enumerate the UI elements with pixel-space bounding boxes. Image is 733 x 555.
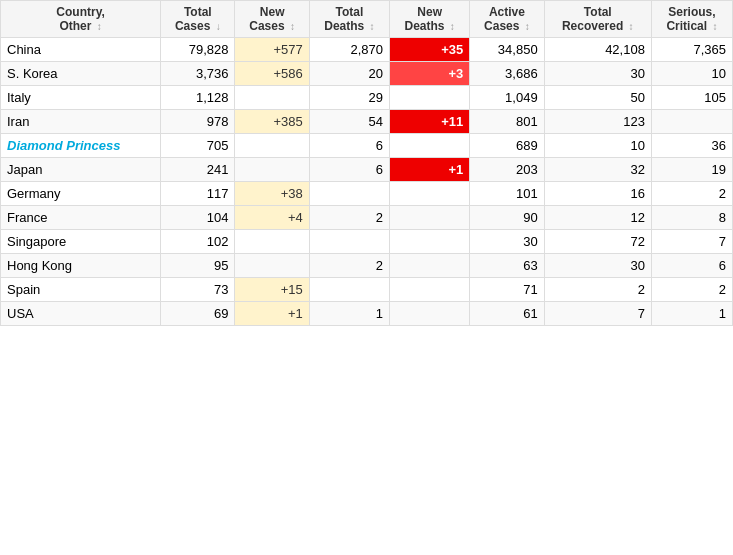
cell-new-cases [235, 86, 309, 110]
cell-total-deaths: 2 [309, 206, 389, 230]
cell-new-deaths [390, 302, 470, 326]
cell-total-recovered: 30 [544, 62, 651, 86]
cell-new-deaths: +11 [390, 110, 470, 134]
cell-total-cases: 241 [161, 158, 235, 182]
cell-active-cases: 90 [470, 206, 544, 230]
table-row: Singapore10230727 [1, 230, 733, 254]
cell-serious-critical: 2 [651, 278, 732, 302]
cell-total-recovered: 30 [544, 254, 651, 278]
cell-new-deaths [390, 182, 470, 206]
cell-serious-critical [651, 110, 732, 134]
cell-total-cases: 978 [161, 110, 235, 134]
table-row: USA69+116171 [1, 302, 733, 326]
table-row: France104+4290128 [1, 206, 733, 230]
covid-data-table: Country,Other ↕ TotalCases ↓ NewCases ↕ … [0, 0, 733, 326]
cell-active-cases: 689 [470, 134, 544, 158]
table-header-row: Country,Other ↕ TotalCases ↓ NewCases ↕ … [1, 1, 733, 38]
cell-serious-critical: 8 [651, 206, 732, 230]
cell-new-cases [235, 254, 309, 278]
cell-country: Spain [1, 278, 161, 302]
cell-new-deaths: +35 [390, 38, 470, 62]
header-country[interactable]: Country,Other ↕ [1, 1, 161, 38]
cell-new-cases: +38 [235, 182, 309, 206]
cell-total-deaths [309, 278, 389, 302]
cell-new-deaths [390, 278, 470, 302]
header-new-cases[interactable]: NewCases ↕ [235, 1, 309, 38]
cell-total-deaths: 6 [309, 134, 389, 158]
cell-new-deaths [390, 254, 470, 278]
cell-total-deaths: 1 [309, 302, 389, 326]
table-row: Japan2416+12033219 [1, 158, 733, 182]
cell-country: France [1, 206, 161, 230]
cell-total-recovered: 123 [544, 110, 651, 134]
cell-country: Italy [1, 86, 161, 110]
cell-active-cases: 1,049 [470, 86, 544, 110]
table-row: Iran978+38554+11801123 [1, 110, 733, 134]
cell-total-cases: 102 [161, 230, 235, 254]
cell-active-cases: 71 [470, 278, 544, 302]
table-row: Italy1,128291,04950105 [1, 86, 733, 110]
cell-total-deaths: 2 [309, 254, 389, 278]
cell-total-cases: 69 [161, 302, 235, 326]
header-active-cases[interactable]: ActiveCases ↕ [470, 1, 544, 38]
cell-serious-critical: 105 [651, 86, 732, 110]
cell-country: Diamond Princess [1, 134, 161, 158]
header-total-deaths[interactable]: TotalDeaths ↕ [309, 1, 389, 38]
cell-total-deaths: 6 [309, 158, 389, 182]
table-row: Hong Kong95263306 [1, 254, 733, 278]
cell-total-deaths: 29 [309, 86, 389, 110]
cell-total-cases: 3,736 [161, 62, 235, 86]
cell-serious-critical: 2 [651, 182, 732, 206]
cell-active-cases: 34,850 [470, 38, 544, 62]
cell-new-cases: +586 [235, 62, 309, 86]
cell-country: USA [1, 302, 161, 326]
cell-new-cases [235, 230, 309, 254]
cell-country: S. Korea [1, 62, 161, 86]
cell-new-deaths [390, 206, 470, 230]
cell-active-cases: 801 [470, 110, 544, 134]
cell-country: Japan [1, 158, 161, 182]
cell-total-recovered: 12 [544, 206, 651, 230]
cell-new-cases: +4 [235, 206, 309, 230]
cell-total-cases: 705 [161, 134, 235, 158]
cell-total-deaths [309, 230, 389, 254]
header-total-cases[interactable]: TotalCases ↓ [161, 1, 235, 38]
cell-total-cases: 117 [161, 182, 235, 206]
cell-total-recovered: 16 [544, 182, 651, 206]
cell-active-cases: 30 [470, 230, 544, 254]
cell-total-recovered: 50 [544, 86, 651, 110]
cell-country: Hong Kong [1, 254, 161, 278]
cell-active-cases: 61 [470, 302, 544, 326]
header-serious-critical[interactable]: Serious,Critical ↕ [651, 1, 732, 38]
cell-total-recovered: 2 [544, 278, 651, 302]
cell-serious-critical: 6 [651, 254, 732, 278]
cell-new-deaths [390, 134, 470, 158]
cell-total-cases: 73 [161, 278, 235, 302]
cell-country: China [1, 38, 161, 62]
cell-total-recovered: 32 [544, 158, 651, 182]
cell-total-cases: 95 [161, 254, 235, 278]
cell-total-cases: 79,828 [161, 38, 235, 62]
cell-new-deaths [390, 86, 470, 110]
table-row: Spain73+157122 [1, 278, 733, 302]
cell-serious-critical: 1 [651, 302, 732, 326]
cell-new-cases: +385 [235, 110, 309, 134]
cell-total-recovered: 10 [544, 134, 651, 158]
cell-total-deaths: 20 [309, 62, 389, 86]
cell-serious-critical: 7 [651, 230, 732, 254]
cell-serious-critical: 36 [651, 134, 732, 158]
header-total-recovered[interactable]: TotalRecovered ↕ [544, 1, 651, 38]
table-row: Germany117+38101162 [1, 182, 733, 206]
cell-new-cases: +15 [235, 278, 309, 302]
table-row: China79,828+5772,870+3534,85042,1087,365 [1, 38, 733, 62]
cell-total-cases: 1,128 [161, 86, 235, 110]
cell-new-cases: +1 [235, 302, 309, 326]
header-new-deaths[interactable]: NewDeaths ↕ [390, 1, 470, 38]
cell-serious-critical: 10 [651, 62, 732, 86]
cell-total-recovered: 7 [544, 302, 651, 326]
cell-serious-critical: 7,365 [651, 38, 732, 62]
cell-new-deaths: +1 [390, 158, 470, 182]
cell-active-cases: 63 [470, 254, 544, 278]
cell-active-cases: 3,686 [470, 62, 544, 86]
cell-new-deaths [390, 230, 470, 254]
